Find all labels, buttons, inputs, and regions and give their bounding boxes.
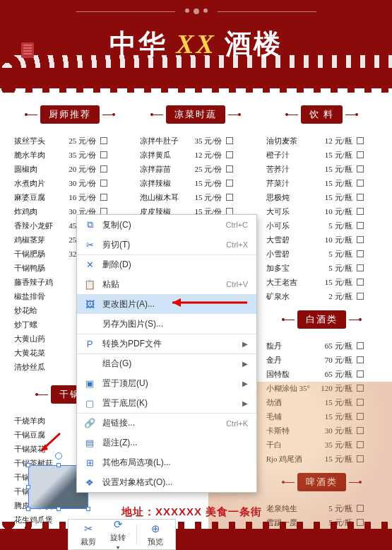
context-menu-item[interactable]: ✂剪切(T)Ctrl+X: [77, 235, 256, 254]
context-menu: ⧉复制(C)Ctrl+C✂剪切(T)Ctrl+X✕删除(D)📋粘贴Ctrl+V🖼…: [76, 214, 257, 493]
item-name: 小雪碧: [266, 247, 314, 261]
item-name: 大黄山药: [14, 332, 58, 346]
checkbox-icon[interactable]: [100, 194, 107, 201]
item-name: 毛铺: [266, 409, 314, 423]
checkbox-icon[interactable]: [357, 236, 364, 243]
context-menu-item[interactable]: 另存为图片(S)...: [77, 314, 256, 334]
item-price: 25 元/份: [188, 162, 222, 176]
checkbox-icon[interactable]: [357, 208, 364, 215]
crop-button[interactable]: ✂裁剪: [74, 522, 102, 547]
checkbox-icon[interactable]: [357, 151, 364, 158]
item-name: 金丹: [266, 353, 314, 367]
checkbox-icon[interactable]: [226, 194, 233, 201]
checkbox-icon[interactable]: [100, 165, 107, 172]
menu-item-shortcut: Ctrl+K: [226, 419, 248, 428]
checkbox-icon[interactable]: [357, 165, 364, 172]
checkbox-icon[interactable]: [100, 137, 107, 144]
column-3: 饮 料 油切麦茶12 元/瓶橙子汁15 元/瓶苦荞汁15 元/瓶芹菜汁15 元/…: [262, 98, 382, 550]
item-name: 油切麦茶: [266, 134, 314, 148]
checkbox-icon[interactable]: [357, 399, 364, 406]
checkbox-icon[interactable]: [357, 222, 364, 229]
context-menu-item[interactable]: ✕删除(D): [77, 254, 256, 274]
menu-item-icon: 📋: [84, 279, 95, 290]
checkbox-icon[interactable]: [357, 356, 364, 363]
checkbox-icon[interactable]: [100, 151, 107, 158]
checkbox-icon[interactable]: [357, 264, 364, 271]
rotate-button[interactable]: ⟳旋转▾: [104, 518, 132, 550]
checkbox-icon[interactable]: [357, 427, 364, 434]
image-toolbar: ✂裁剪 ⟳旋转▾ ⊕预览: [68, 519, 176, 550]
menu-item: 麻婆豆腐16 元/份: [14, 190, 126, 204]
checkbox-icon[interactable]: [357, 194, 364, 201]
checkbox-icon[interactable]: [357, 413, 364, 420]
menu-item: 小雪碧5 元/瓶: [266, 247, 378, 261]
menu-item: 干白35 元/瓶: [266, 438, 378, 452]
rotate-icon: ⟳: [112, 518, 124, 531]
context-menu-item[interactable]: ❖设置对象格式(O)...: [77, 472, 256, 492]
checkbox-icon[interactable]: [226, 151, 233, 158]
checkbox-icon[interactable]: [357, 180, 364, 187]
submenu-arrow-icon: ▶: [242, 360, 248, 368]
context-menu-item[interactable]: ▢置于底层(K)▶: [77, 393, 256, 413]
item-name: 橙子汁: [266, 148, 314, 162]
context-menu-item[interactable]: ⧉复制(C)Ctrl+C: [77, 215, 256, 235]
item-name: 大可乐: [266, 204, 314, 218]
item-price: 2 元/瓶: [319, 289, 352, 303]
menu-item: 金丹70 元/瓶: [266, 353, 378, 367]
item-name: 炒花蛤: [14, 303, 58, 317]
item-name: 干锅肥肠: [14, 247, 58, 261]
submenu-arrow-icon: ▶: [242, 380, 248, 387]
item-price: 15 元/瓶: [319, 275, 352, 289]
menu-item: 凉拌蒜苗25 元/份: [140, 162, 251, 176]
menu-item: 小糊涂仙 35°120 元/瓶: [266, 381, 378, 395]
menu-item-label: 设置对象格式(O)...: [102, 476, 248, 488]
item-name: 卡斯特: [266, 423, 314, 438]
item-price: 12 元/份: [188, 148, 222, 162]
checkbox-icon[interactable]: [357, 250, 364, 257]
menu-item-label: 其他布局选项(L)...: [102, 457, 248, 469]
menu-item: 凉拌黄瓜12 元/份: [140, 148, 251, 162]
item-price: 5 元/瓶: [319, 261, 352, 275]
checkbox-icon[interactable]: [357, 279, 364, 286]
menu-item-label: 剪切(T): [102, 239, 219, 251]
context-menu-item[interactable]: 📋粘贴Ctrl+V: [77, 274, 256, 294]
checkbox-icon[interactable]: [357, 441, 364, 448]
preview-button[interactable]: ⊕预览: [141, 522, 170, 547]
context-menu-item[interactable]: ⊞其他布局选项(L)...: [77, 452, 256, 472]
item-price: 35 元/份: [62, 148, 96, 162]
checkbox-icon[interactable]: [357, 137, 364, 144]
item-name: 椒盐排骨: [14, 289, 58, 303]
item-name: 大雪碧: [266, 233, 314, 247]
menu-item-label: 置于顶层(U): [102, 378, 231, 390]
item-price: 15 元/瓶: [319, 190, 352, 204]
context-menu-item[interactable]: ▤题注(Z)...: [77, 433, 256, 452]
context-menu-item[interactable]: P转换为PDF文件▶: [77, 334, 256, 353]
menu-item: 加多宝5 元/瓶: [266, 261, 378, 275]
item-price: 12 元/瓶: [319, 134, 352, 148]
context-menu-item[interactable]: 组合(G)▶: [77, 353, 256, 373]
checkbox-icon[interactable]: [357, 505, 364, 512]
checkbox-icon[interactable]: [357, 385, 364, 392]
checkbox-icon[interactable]: [100, 180, 107, 187]
preview-icon: ⊕: [149, 522, 162, 535]
menu-item: 脆水羊肉35 元/份: [14, 148, 126, 162]
checkbox-icon[interactable]: [357, 455, 364, 462]
checkbox-icon[interactable]: [226, 180, 233, 187]
item-name: 馥丹: [266, 339, 314, 353]
checkbox-icon[interactable]: [357, 293, 364, 300]
checkbox-icon[interactable]: [226, 137, 233, 144]
menu-item: 馥丹65 元/瓶: [266, 339, 378, 353]
menu-item-label: 另存为图片(S)...: [102, 318, 248, 330]
menu-item: 劲酒15 元/瓶: [266, 395, 378, 409]
section-title: 厨师推荐: [40, 105, 100, 124]
menu-item-icon: ❖: [84, 476, 95, 488]
item-price: 30 元/瓶: [319, 423, 352, 438]
checkbox-icon[interactable]: [357, 370, 364, 378]
checkbox-icon[interactable]: [226, 165, 233, 172]
context-menu-item[interactable]: ▣置于顶层(U)▶: [77, 373, 256, 393]
item-name: 拔丝芋头: [14, 134, 58, 148]
item-name: 炒丁螺: [14, 317, 58, 332]
checkbox-icon[interactable]: [357, 342, 364, 349]
context-menu-item[interactable]: 🔗超链接...Ctrl+K: [77, 413, 256, 433]
menu-item-icon: [84, 318, 95, 329]
